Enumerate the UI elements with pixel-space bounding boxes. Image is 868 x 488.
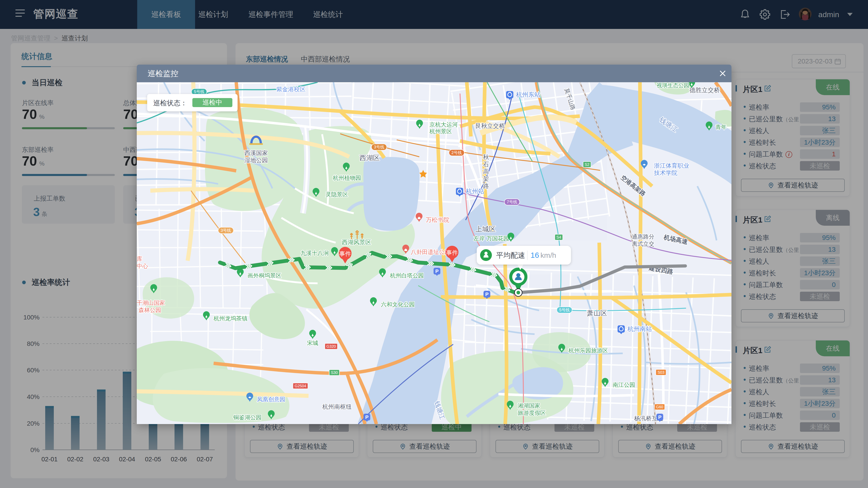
svg-text:八卦田遗址公园: 八卦田遗址公园 xyxy=(411,249,450,255)
svg-text:G2504: G2504 xyxy=(294,384,306,388)
svg-text:森林公园: 森林公园 xyxy=(138,307,161,313)
svg-text:S2: S2 xyxy=(585,162,590,167)
svg-text:杭州植物园: 杭州植物园 xyxy=(333,175,361,181)
svg-text:巡检中: 巡检中 xyxy=(203,99,222,106)
svg-text:P: P xyxy=(658,414,662,420)
svg-text:通惠路分: 通惠路分 xyxy=(632,233,654,240)
svg-text:石: 石 xyxy=(483,161,489,168)
svg-text:P: P xyxy=(485,291,489,297)
svg-text:九溪十八涧: 九溪十八涧 xyxy=(301,250,329,256)
svg-text:青年: 青年 xyxy=(715,124,727,130)
svg-text:万松书院: 万松书院 xyxy=(426,217,450,223)
svg-text:杭州东站: 杭州东站 xyxy=(516,91,540,98)
svg-text:S03: S03 xyxy=(657,370,664,375)
svg-text:湿地公园: 湿地公园 xyxy=(244,157,268,164)
svg-text:画外桐坞景区: 画外桐坞景区 xyxy=(248,272,281,279)
svg-text:中心: 中心 xyxy=(137,263,148,269)
svg-text:杭州龙坞茶镇: 杭州龙坞茶镇 xyxy=(213,315,248,322)
svg-text:铜鉴湖公园: 铜鉴湖公园 xyxy=(233,414,261,420)
svg-text:事件: 事件 xyxy=(446,249,458,256)
svg-text:湘湖国家: 湘湖国家 xyxy=(518,402,540,409)
svg-text:宋城: 宋城 xyxy=(307,340,318,346)
svg-text:km/h: km/h xyxy=(540,251,556,259)
svg-text:秋: 秋 xyxy=(483,154,489,160)
svg-text:干潮山国家: 干潮山国家 xyxy=(137,300,165,306)
svg-text:杭州白塔公园: 杭州白塔公园 xyxy=(390,272,424,279)
svg-text:西溪国家: 西溪国家 xyxy=(244,150,268,156)
svg-text:3号线: 3号线 xyxy=(221,228,231,233)
svg-text:上城区: 上城区 xyxy=(475,225,496,233)
svg-text:艮秋立交桥: 艮秋立交桥 xyxy=(475,123,505,129)
svg-text:凤凰创意园: 凤凰创意园 xyxy=(257,396,285,402)
svg-text:浙江体育职业: 浙江体育职业 xyxy=(654,162,689,169)
svg-text:京杭大运河: 京杭大运河 xyxy=(430,121,458,128)
svg-text:六和文化公园: 六和文化公园 xyxy=(381,301,415,307)
svg-text:西湖风景区: 西湖风景区 xyxy=(342,239,371,246)
svg-text:杭州站: 杭州站 xyxy=(466,188,484,195)
svg-text:7号线: 7号线 xyxy=(507,200,517,204)
svg-text:杭州景区: 杭州景区 xyxy=(429,128,452,134)
svg-text:架: 架 xyxy=(483,175,489,182)
svg-text:G60: G60 xyxy=(656,405,663,409)
svg-text:16: 16 xyxy=(530,251,539,259)
svg-text:杭州南枢纽: 杭州南枢纽 xyxy=(322,403,352,410)
svg-text:5号线: 5号线 xyxy=(194,90,204,94)
svg-text:S4: S4 xyxy=(557,235,561,239)
svg-text:离式立交: 离式立交 xyxy=(632,240,654,247)
svg-text:萧山区: 萧山区 xyxy=(587,309,607,317)
svg-text:技术学院: 技术学院 xyxy=(654,169,677,176)
svg-text:巡检状态：: 巡检状态： xyxy=(153,99,187,107)
svg-text:事件: 事件 xyxy=(339,250,351,257)
svg-text:旅游度假区: 旅游度假区 xyxy=(518,410,546,416)
svg-text:平均配速: 平均配速 xyxy=(496,251,525,259)
svg-text:杭州乐园旅游区: 杭州乐园旅游区 xyxy=(568,347,608,354)
svg-text:5号线: 5号线 xyxy=(559,308,569,312)
svg-text:3号线: 3号线 xyxy=(374,145,384,149)
svg-text:P: P xyxy=(435,268,439,274)
svg-text:左岸 万国花园: 左岸 万国花园 xyxy=(473,235,509,241)
svg-text:视璜生态公园: 视璜生态公园 xyxy=(657,82,689,88)
svg-text:P: P xyxy=(365,414,369,420)
svg-text:南江公园: 南江公园 xyxy=(613,382,635,388)
svg-text:德胜立交桥: 德胜立交桥 xyxy=(689,87,720,94)
svg-text:高: 高 xyxy=(483,168,489,175)
svg-text:S30: S30 xyxy=(331,370,338,375)
svg-text:G320: G320 xyxy=(327,344,336,349)
svg-text:紫金港校区: 紫金港校区 xyxy=(276,86,306,93)
svg-text:库: 库 xyxy=(137,256,143,262)
svg-text:灵隐景区: 灵隐景区 xyxy=(326,191,348,197)
svg-text:杭州南站: 杭州南站 xyxy=(627,326,652,332)
svg-text:西湖区: 西湖区 xyxy=(360,154,380,162)
svg-text:2号线: 2号线 xyxy=(452,151,462,155)
